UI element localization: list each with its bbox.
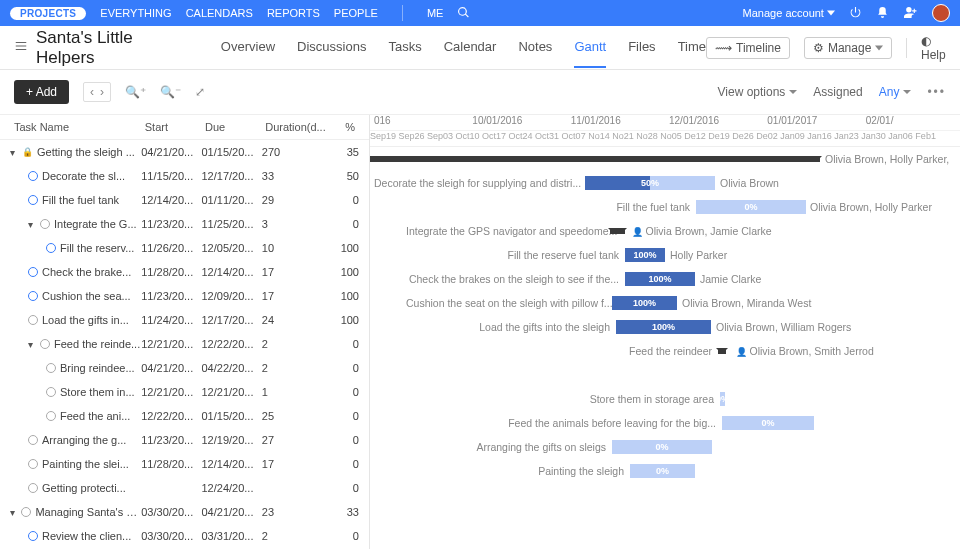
add-user-icon[interactable] [903, 6, 918, 21]
chevron-down-icon[interactable]: ▾ [28, 219, 36, 230]
power-icon[interactable] [849, 6, 862, 21]
tab-overview[interactable]: Overview [221, 27, 275, 68]
status-circle-icon[interactable] [46, 411, 56, 421]
tab-tasks[interactable]: Tasks [388, 27, 421, 68]
gantt-row[interactable]: Arranging the gifts on sleigs0% [370, 435, 960, 459]
tab-gantt[interactable]: Gantt [574, 27, 606, 68]
gantt-row[interactable]: Cushion the seat on the sleigh with pill… [370, 291, 960, 315]
next-icon[interactable]: › [100, 85, 104, 99]
chevron-down-icon[interactable]: ▾ [10, 507, 17, 518]
view-options-dropdown[interactable]: View options [718, 85, 798, 99]
gantt-row[interactable] [370, 531, 960, 549]
status-circle-icon[interactable] [40, 219, 50, 229]
task-row[interactable]: Feed the ani...12/22/20...01/15/20...250 [0, 404, 369, 428]
col-due[interactable]: Due [201, 119, 261, 135]
help-button[interactable]: ◐ Help [921, 34, 946, 62]
gantt-row[interactable]: Decorate the sleigh for supplying and di… [370, 171, 960, 195]
gantt-bar[interactable]: 0% [630, 464, 695, 478]
task-row[interactable]: ▾🔒Getting the sleigh ...04/21/20...01/15… [0, 140, 369, 164]
gantt-summary-bar[interactable] [610, 228, 625, 234]
col-duration[interactable]: Duration(d... [261, 119, 330, 135]
gantt-row[interactable]: Feed the reindeer👤 Olivia Brown, Smith J… [370, 339, 960, 363]
status-circle-icon[interactable] [28, 531, 38, 541]
status-circle-icon[interactable] [28, 195, 38, 205]
col-percent[interactable]: % [330, 119, 359, 135]
status-circle-icon[interactable] [40, 339, 50, 349]
avatar[interactable] [932, 4, 950, 22]
gantt-row[interactable]: Load the gifts into the sleigh100%Olivia… [370, 315, 960, 339]
task-row[interactable]: Check the brake...11/28/20...12/14/20...… [0, 260, 369, 284]
status-circle-icon[interactable] [46, 363, 56, 373]
status-circle-icon[interactable] [46, 387, 56, 397]
tab-calendar[interactable]: Calendar [444, 27, 497, 68]
task-row[interactable]: Arranging the g...11/23/20...12/19/20...… [0, 428, 369, 452]
task-row[interactable]: ▾Feed the reinde...12/21/20...12/22/20..… [0, 332, 369, 356]
task-row[interactable]: ▾Integrate the G...11/23/20...11/25/20..… [0, 212, 369, 236]
gantt-bar[interactable]: 100% [625, 248, 665, 262]
gantt-summary-bar[interactable] [718, 348, 726, 354]
gantt-bar[interactable]: 0% [612, 440, 712, 454]
tab-discussions[interactable]: Discussions [297, 27, 366, 68]
zoom-in-icon[interactable]: 🔍⁺ [125, 85, 146, 99]
nav-calendars[interactable]: CALENDARS [186, 7, 253, 19]
task-row[interactable]: Bring reindee...04/21/20...04/22/20...20 [0, 356, 369, 380]
gantt-row[interactable]: Olivia Brown, Holly Parker, [370, 147, 960, 171]
task-row[interactable]: Load the gifts in...11/24/20...12/17/20.… [0, 308, 369, 332]
tab-notes[interactable]: Notes [518, 27, 552, 68]
gantt-summary-bar[interactable] [370, 156, 820, 162]
gantt-bar[interactable]: 100% [616, 320, 711, 334]
col-start[interactable]: Start [141, 119, 201, 135]
task-row[interactable]: Review the clien...03/30/20...03/31/20..… [0, 524, 369, 548]
gantt-row[interactable]: Feed the animals before leaving for the … [370, 411, 960, 435]
col-task-name[interactable]: Task Name [10, 119, 141, 135]
gantt-chart-panel[interactable]: 01610/01/201611/01/201612/01/201601/01/2… [370, 115, 960, 549]
chevron-down-icon[interactable]: ▾ [28, 339, 36, 350]
status-circle-icon[interactable] [28, 267, 38, 277]
status-circle-icon[interactable] [28, 315, 38, 325]
task-row[interactable]: Getting protecti...12/24/20...0 [0, 476, 369, 500]
nav-everything[interactable]: EVERYTHING [100, 7, 171, 19]
gantt-bar[interactable]: 100% [625, 272, 695, 286]
gantt-row[interactable]: Fill the fuel tank0%Olivia Brown, Holly … [370, 195, 960, 219]
task-row[interactable]: Fill the reserv...11/26/20...12/05/20...… [0, 236, 369, 260]
expand-icon[interactable]: ⤢ [195, 85, 205, 99]
status-circle-icon[interactable] [28, 459, 38, 469]
nav-people[interactable]: PEOPLE [334, 7, 378, 19]
gantt-bar[interactable]: 100% [612, 296, 677, 310]
status-circle-icon[interactable] [21, 507, 31, 517]
gantt-bar[interactable]: 0% [722, 416, 814, 430]
task-row[interactable]: Store them in...12/21/20...12/21/20...10 [0, 380, 369, 404]
status-circle-icon[interactable] [46, 243, 56, 253]
status-circle-icon[interactable] [28, 483, 38, 493]
nav-projects[interactable]: PROJECTS [10, 7, 86, 20]
nav-reports[interactable]: REPORTS [267, 7, 320, 19]
task-row[interactable]: Cushion the sea...11/23/20...12/09/20...… [0, 284, 369, 308]
bell-icon[interactable] [876, 6, 889, 21]
search-icon[interactable] [457, 6, 470, 21]
chevron-down-icon[interactable]: ▾ [10, 147, 18, 158]
gantt-bar[interactable]: 0% [720, 392, 725, 406]
tab-files[interactable]: Files [628, 27, 655, 68]
add-button[interactable]: + Add [14, 80, 69, 104]
status-circle-icon[interactable] [28, 291, 38, 301]
task-row[interactable]: Painting the slei...11/28/20...12/14/20.… [0, 452, 369, 476]
status-circle-icon[interactable] [28, 435, 38, 445]
task-row[interactable]: ▾Managing Santa's we...03/30/20...04/21/… [0, 500, 369, 524]
tab-time[interactable]: Time [678, 27, 706, 68]
timeline-button[interactable]: ⟿ Timeline [706, 37, 790, 59]
gantt-row[interactable]: Fill the reserve fuel tank100%Holly Park… [370, 243, 960, 267]
manage-button[interactable]: ⚙ Manage [804, 37, 892, 59]
gantt-row[interactable]: Integrate the GPS navigator and speedome… [370, 219, 960, 243]
zoom-out-icon[interactable]: 🔍⁻ [160, 85, 181, 99]
hamburger-icon[interactable] [14, 38, 28, 58]
gantt-row[interactable] [370, 363, 960, 387]
gantt-row[interactable]: Store them in storage area0% [370, 387, 960, 411]
prev-icon[interactable]: ‹ [90, 85, 94, 99]
status-circle-icon[interactable] [28, 171, 38, 181]
gantt-row[interactable] [370, 483, 960, 507]
gantt-row[interactable]: Painting the sleigh0% [370, 459, 960, 483]
assigned-filter-dropdown[interactable]: Any [879, 85, 912, 99]
task-row[interactable]: Fill the fuel tank12/14/20...01/11/20...… [0, 188, 369, 212]
task-row[interactable]: Decorate the sl...11/15/20...12/17/20...… [0, 164, 369, 188]
gantt-bar[interactable]: 50% [585, 176, 715, 190]
